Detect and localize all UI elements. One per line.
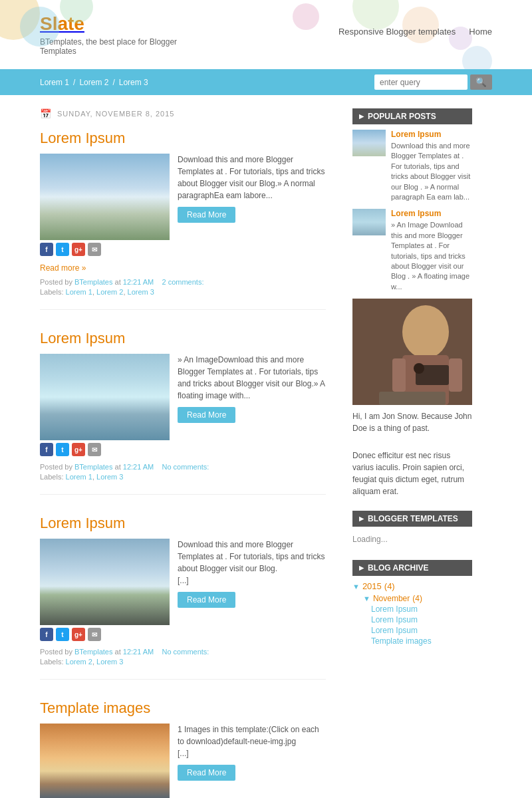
loading-text: Loading... <box>352 532 472 547</box>
post-label-3-2[interactable]: Lorem 3 <box>96 658 123 666</box>
post-comments-2[interactable]: No comments: <box>162 463 209 471</box>
post-label-2-2[interactable]: Lorem 3 <box>96 473 123 481</box>
read-more-btn-4[interactable]: Read More <box>178 765 235 781</box>
twitter-share-2[interactable]: t <box>56 443 69 456</box>
popular-post-item-1: Lorem Ipsum Download this and more Blogg… <box>352 130 472 202</box>
archive-post-3[interactable]: Lorem Ipsum <box>371 626 472 635</box>
read-more-btn-1[interactable]: Read More <box>178 207 235 223</box>
nav-responsive-templates[interactable]: Responsive Blogger templates <box>338 27 456 37</box>
post-body-4: f t g+ ✉ 1 Images in this template:(Clic… <box>40 724 326 798</box>
facebook-share-1[interactable]: f <box>40 243 53 256</box>
facebook-share-3[interactable]: f <box>40 628 53 641</box>
post-image-area-2: f t g+ ✉ <box>40 354 170 456</box>
archive-post-1[interactable]: Lorem Ipsum <box>371 604 472 614</box>
post-label-1-3[interactable]: Lorem 3 <box>128 288 154 296</box>
post-image-1 <box>40 154 170 240</box>
post-title-3: Lorem Ipsum <box>40 515 326 532</box>
archive-month[interactable]: ▼ November (4) <box>363 594 472 603</box>
nav-home[interactable]: Home <box>469 27 492 37</box>
post-social-3: f t g+ ✉ <box>40 628 170 641</box>
read-more-btn-2[interactable]: Read More <box>178 407 235 423</box>
popular-posts-widget: POPULAR POSTS Lorem Ipsum Download this … <box>352 108 472 497</box>
post-title-link-3[interactable]: Lorem Ipsum <box>40 515 125 531</box>
blogger-templates-title: BLOGGER TEMPLATES <box>352 511 472 527</box>
read-more-link-1[interactable]: Read more » <box>40 263 86 273</box>
email-share-2[interactable]: ✉ <box>88 443 101 456</box>
gplus-share-1[interactable]: g+ <box>72 243 85 256</box>
post-image-4 <box>40 724 170 798</box>
post-label-1-2[interactable]: Lorem 2 <box>96 288 123 296</box>
post-img-placeholder-3 <box>40 539 170 625</box>
post-label-3-1[interactable]: Lorem 2 <box>66 658 92 666</box>
twitter-share-1[interactable]: t <box>56 243 69 256</box>
popular-post-text-2: Lorem Ipsum » An Image Download this and… <box>391 209 472 292</box>
sidebar: POPULAR POSTS Lorem Ipsum Download this … <box>346 95 485 798</box>
post-author-2[interactable]: BTemplates <box>74 463 112 471</box>
post-time-3[interactable]: 12:21 AM <box>123 648 154 656</box>
svg-point-4 <box>414 363 424 374</box>
post-label-2-1[interactable]: Lorem 1 <box>66 473 92 481</box>
post-3: Lorem Ipsum f t g+ ✉ Download this and m… <box>40 515 326 680</box>
post-time-1[interactable]: 12:21 AM <box>123 278 154 286</box>
post-time-2[interactable]: 12:21 AM <box>123 463 154 471</box>
email-share-1[interactable]: ✉ <box>88 243 101 256</box>
archive-post-2[interactable]: Lorem Ipsum <box>371 615 472 624</box>
deco-circle <box>0 0 40 40</box>
sidebar-profile-image <box>352 299 472 405</box>
post-2: Lorem Ipsum f t g+ ✉ » An ImageDownload … <box>40 330 326 495</box>
post-labels-2: Labels: Lorem 1, Lorem 3 <box>40 473 326 481</box>
post-4: Template images f t g+ ✉ 1 Images in thi… <box>40 700 326 798</box>
gplus-share-3[interactable]: g+ <box>72 628 85 641</box>
post-text-4: 1 Images in this template:(Click on each… <box>178 724 326 798</box>
blog-archive-title: BLOG ARCHIVE <box>352 560 472 576</box>
post-title-link-1[interactable]: Lorem Ipsum <box>40 130 125 146</box>
post-meta-3: Posted by BTemplates at 12:21 AM No comm… <box>40 648 326 656</box>
archive-year[interactable]: ▼ 2015 (4) <box>352 581 472 591</box>
blog-description: BTemplates, the best place for Blogger T… <box>40 37 200 56</box>
post-image-area-4: f t g+ ✉ <box>40 724 170 798</box>
post-author-1[interactable]: BTemplates <box>74 278 112 286</box>
archive-month-label: November <box>373 594 410 603</box>
post-image-area-1: f t g+ ✉ <box>40 154 170 256</box>
archive-post-4[interactable]: Template images <box>371 636 472 646</box>
post-title-link-2[interactable]: Lorem Ipsum <box>40 330 125 346</box>
nav-bar: Lorem 1 / Lorem 2 / Lorem 3 🔍 <box>0 69 532 95</box>
breadcrumb-item-2[interactable]: Lorem 2 <box>79 78 108 87</box>
archive-year-label: 2015 <box>362 581 382 591</box>
post-meta-2: Posted by BTemplates at 12:21 AM No comm… <box>40 463 326 471</box>
breadcrumb-item-1[interactable]: Lorem 1 <box>40 78 69 87</box>
post-title-4: Template images <box>40 700 326 717</box>
archive-year-toggle: ▼ <box>352 583 360 591</box>
post-social-1: f t g+ ✉ <box>40 243 170 256</box>
archive-month-count: (4) <box>412 594 422 603</box>
svg-point-1 <box>402 305 449 358</box>
post-text-2: » An ImageDownload this and more Blogger… <box>178 354 326 456</box>
search-input[interactable] <box>374 74 467 90</box>
search-button[interactable]: 🔍 <box>470 74 492 90</box>
main-content: 📅 SUNDAY, NOVEMBER 8, 2015 Lorem Ipsum f… <box>0 95 346 798</box>
post-title-link-4[interactable]: Template images <box>40 700 150 716</box>
popular-post-excerpt-2: » An Image Download this and more Blogge… <box>391 220 472 292</box>
sidebar-profile-text1: Hi, I am Jon Snow. Because John Doe is a… <box>352 410 472 434</box>
post-excerpt4-2: [...] <box>178 747 326 759</box>
post-image-3 <box>40 539 170 625</box>
post-author-3[interactable]: BTemplates <box>74 648 112 656</box>
gplus-share-2[interactable]: g+ <box>72 443 85 456</box>
post-img-placeholder-1 <box>40 154 170 240</box>
breadcrumb-item-3[interactable]: Lorem 3 <box>119 78 148 87</box>
search-form: 🔍 <box>374 74 492 90</box>
archive-year-count: (4) <box>384 581 395 591</box>
popular-post-text-1: Lorem Ipsum Download this and more Blogg… <box>391 130 472 202</box>
popular-post-item-2: Lorem Ipsum » An Image Download this and… <box>352 209 472 292</box>
svg-rect-7 <box>379 392 446 405</box>
date-text: SUNDAY, NOVEMBER 8, 2015 <box>57 110 174 118</box>
read-more-btn-3[interactable]: Read More <box>178 592 235 608</box>
post-comments-1[interactable]: 2 comments: <box>162 278 204 286</box>
post-label-1-1[interactable]: Lorem 1 <box>66 288 92 296</box>
post-comments-3[interactable]: No comments: <box>162 648 209 656</box>
twitter-share-3[interactable]: t <box>56 628 69 641</box>
calendar-icon: 📅 <box>40 108 52 119</box>
post-labels-3: Labels: Lorem 2, Lorem 3 <box>40 658 326 666</box>
facebook-share-2[interactable]: f <box>40 443 53 456</box>
email-share-3[interactable]: ✉ <box>88 628 101 641</box>
